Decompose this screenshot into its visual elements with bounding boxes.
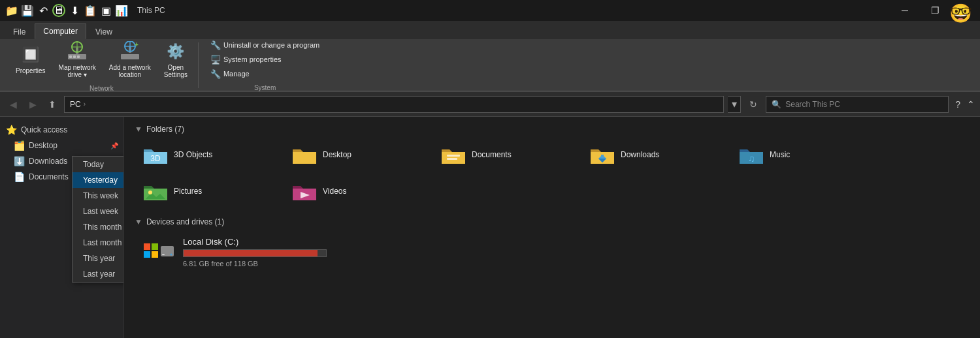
ribbon-btn-properties[interactable]: 🔲 Properties <box>10 38 51 81</box>
title-bar-icons: 📁 💾 ↶ 🖥 ⬇ 📋 ▣ 📊 <box>5 4 128 17</box>
tb-icon-7[interactable]: 📊 <box>115 4 128 17</box>
ribbon-btn-system-props[interactable]: 🖥️ System properties <box>206 53 323 66</box>
ribbon-content: 🔲 Properties <box>0 39 980 91</box>
folder-item-pictures[interactable]: Pictures <box>135 176 278 207</box>
folders-section-header: ▼ Folders (7) <box>135 125 970 134</box>
tab-file[interactable]: File <box>5 24 33 39</box>
folder-item-3dobjects[interactable]: 3D 3D Objects <box>135 139 278 170</box>
folder-item-downloads[interactable]: Downloads <box>581 139 725 170</box>
svg-rect-23 <box>144 243 150 250</box>
tb-icon-4[interactable]: ⬇ <box>68 4 81 17</box>
desktop-pin-icon: 📌 <box>110 142 118 149</box>
desktop-label: Desktop <box>29 141 57 150</box>
tb-icon-0[interactable]: 📁 <box>5 4 18 17</box>
drive-bar-c <box>183 249 327 257</box>
devices-section-header: ▼ Devices and drives (1) <box>135 217 970 226</box>
desktop-icon: 🗂️ <box>13 140 25 151</box>
expand-ribbon-button[interactable]: ⌃ <box>967 99 975 110</box>
ribbon-btn-manage[interactable]: 🔧 Manage <box>206 67 323 80</box>
dropdown-item-last-year[interactable]: Last year <box>73 266 124 282</box>
devices-chevron[interactable]: ▼ <box>135 217 142 226</box>
dropdown-item-last-week[interactable]: Last week <box>73 204 124 219</box>
properties-label: Properties <box>16 67 46 74</box>
tb-icon-5[interactable]: 📋 <box>84 4 97 17</box>
main-layout: ⭐ Quick access 🗂️ Desktop 📌 ⬇️ Downloads… <box>0 117 980 338</box>
svg-point-21 <box>148 191 152 194</box>
drive-name-c: Local Disk (C:) <box>183 237 327 247</box>
folder-icon-music: ♫ <box>738 143 764 166</box>
content-area: ▼ Folders (7) 3D 3D Objects <box>124 117 980 338</box>
svg-text:♫: ♫ <box>748 153 755 164</box>
tb-icon-2[interactable]: ↶ <box>37 4 50 17</box>
star-icon: ⭐ <box>5 125 17 135</box>
drives-list: Local Disk (C:) 6.81 GB free of 118 GB <box>135 232 970 273</box>
documents-icon: 📄 <box>13 172 25 182</box>
ribbon-btn-map-network[interactable]: Map networkdrive ▾ <box>54 38 101 81</box>
dropdown-menu: Today Yesterday This week Last week This… <box>72 156 124 283</box>
address-path[interactable]: PC › <box>64 96 724 113</box>
system-group-label: System <box>254 84 276 91</box>
dropdown-item-this-year[interactable]: This year <box>73 251 124 266</box>
help-button[interactable]: ? <box>955 99 960 110</box>
folder-name-videos: Videos <box>323 187 346 196</box>
ribbon-group-location: 🔲 Properties <box>5 42 199 88</box>
path-text: PC <box>70 100 81 109</box>
tab-computer[interactable]: Computer <box>35 23 86 39</box>
manage-icon: 🔧 <box>210 69 221 79</box>
system-props-icon: 🖥️ <box>210 54 221 65</box>
title-bar: 📁 💾 ↶ 🖥 ⬇ 📋 ▣ 📊 This PC ─ ❐ ✕ 🤓 <box>0 0 980 21</box>
quickaccess-label: Quick access <box>21 125 67 134</box>
svg-rect-28 <box>162 254 165 255</box>
system-props-label: System properties <box>223 55 282 63</box>
minimize-button[interactable]: ─ <box>890 0 920 21</box>
restore-button[interactable]: ❐ <box>920 0 950 21</box>
map-network-label: Map networkdrive ▾ <box>59 64 96 78</box>
forward-button[interactable]: ▶ <box>25 97 41 112</box>
manage-label: Manage <box>223 70 250 78</box>
ribbon-btn-open-settings[interactable]: ⚙️ OpenSettings <box>159 38 193 81</box>
tb-icon-1[interactable]: 💾 <box>21 4 34 17</box>
folder-item-videos[interactable]: Videos <box>284 176 427 207</box>
tb-icon-6[interactable]: ▣ <box>99 4 112 17</box>
folder-icon-desktop <box>291 143 318 166</box>
svg-text:3D: 3D <box>150 154 161 163</box>
svg-text:+: + <box>135 41 139 48</box>
ribbon-btn-add-network[interactable]: + Add a networklocation <box>104 38 156 81</box>
sidebar-item-desktop[interactable]: 🗂️ Desktop 📌 <box>0 138 123 153</box>
svg-rect-16 <box>447 158 457 160</box>
address-dropdown-button[interactable]: ▾ <box>728 96 741 113</box>
tb-icon-screen-highlighted[interactable]: 🖥 <box>52 4 65 17</box>
ribbon-tabs: File Computer View <box>0 21 980 39</box>
svg-rect-2 <box>73 55 76 58</box>
devices-title: Devices and drives (1) <box>146 217 224 226</box>
search-placeholder: Search This PC <box>785 100 840 109</box>
downloads-icon: ⬇️ <box>13 156 25 166</box>
svg-rect-26 <box>152 251 158 258</box>
sidebar: ⭐ Quick access 🗂️ Desktop 📌 ⬇️ Downloads… <box>0 117 124 338</box>
ribbon-btn-uninstall[interactable]: 🔧 Uninstall or change a program <box>206 38 323 52</box>
folder-item-desktop[interactable]: Desktop <box>284 139 427 170</box>
ribbon: File Computer View 🔲 Properties <box>0 21 980 92</box>
add-network-label: Add a networklocation <box>109 64 151 78</box>
up-button[interactable]: ⬆ <box>44 97 60 112</box>
dropdown-item-yesterday[interactable]: Yesterday <box>73 172 124 188</box>
network-group-label: Network <box>90 85 114 92</box>
folders-chevron[interactable]: ▼ <box>135 125 142 134</box>
open-settings-icon: ⚙️ <box>165 41 186 62</box>
refresh-button[interactable]: ↻ <box>745 96 762 113</box>
drive-item-c[interactable]: Local Disk (C:) 6.81 GB free of 118 GB <box>135 232 970 273</box>
folder-item-music[interactable]: ♫ Music <box>730 139 874 170</box>
search-box[interactable]: 🔍 Search This PC <box>766 96 949 113</box>
folder-name-downloads: Downloads <box>621 150 659 159</box>
dropdown-item-this-week[interactable]: This week <box>73 188 124 204</box>
tab-view[interactable]: View <box>88 24 120 39</box>
sidebar-item-quickaccess[interactable]: ⭐ Quick access <box>0 122 123 138</box>
open-settings-label: OpenSettings <box>164 64 188 78</box>
folder-item-documents[interactable]: Documents <box>433 139 576 170</box>
dropdown-item-today[interactable]: Today <box>73 157 124 172</box>
svg-rect-25 <box>144 251 150 258</box>
dropdown-item-this-month[interactable]: This month <box>73 219 124 235</box>
back-button[interactable]: ◀ <box>5 97 21 112</box>
dropdown-item-last-month[interactable]: Last month <box>73 235 124 251</box>
add-network-icon: + <box>120 41 140 62</box>
